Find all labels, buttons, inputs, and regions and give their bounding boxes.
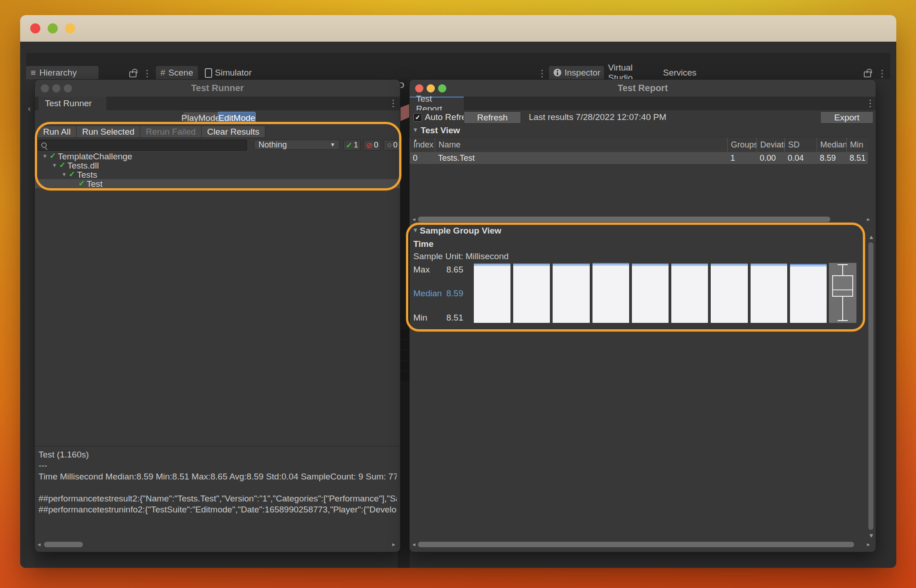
auto-refresh-checkbox[interactable]: ✓ xyxy=(413,113,422,122)
column-header-groups[interactable]: Groups xyxy=(727,137,757,152)
column-header-name[interactable]: Name xyxy=(435,137,727,152)
scroll-right-icon[interactable]: ▸ xyxy=(867,541,870,547)
desktop-background: ≡ Hierarchy ⋮ # Scene Simulator ⋮ Inspec… xyxy=(0,0,916,588)
left-chevron-icon[interactable]: ‹ xyxy=(28,104,31,114)
test-runner-window-title: Test Runner xyxy=(35,80,400,97)
column-header-median[interactable]: Median xyxy=(817,137,846,152)
tab-inspector[interactable]: Inspector xyxy=(549,66,604,79)
annotation-sample-group xyxy=(406,223,865,332)
scroll-left-icon[interactable]: ◂ xyxy=(412,541,416,547)
tab-virtual-studio[interactable]: Virtual Studio xyxy=(608,66,658,79)
export-button-label: Export xyxy=(834,113,860,123)
table-cell: 1 xyxy=(727,152,757,164)
tab-services-label: Services xyxy=(663,68,697,78)
tab-scene-label: Scene xyxy=(169,68,193,78)
scroll-right-icon[interactable]: ▸ xyxy=(867,216,870,222)
lock-icon[interactable] xyxy=(129,71,137,77)
kebab-menu-icon[interactable]: ⋮ xyxy=(538,69,547,78)
refresh-button-label: Refresh xyxy=(477,113,508,123)
tab-services[interactable]: Services xyxy=(663,66,700,79)
last-results-text: Last results 7/28/2022 12:07:40 PM xyxy=(529,112,666,122)
scroll-left-icon[interactable]: ◂ xyxy=(38,541,41,547)
scrollbar-thumb[interactable] xyxy=(418,217,830,222)
kebab-menu-icon[interactable]: ⋮ xyxy=(389,98,398,108)
foldout-arrow-icon[interactable]: ▼ xyxy=(412,126,418,133)
scrollbar-thumb[interactable] xyxy=(44,542,83,547)
table-cell: 0 xyxy=(410,152,435,164)
column-header-sd[interactable]: SD xyxy=(784,137,817,152)
tab-inspector-label: Inspector xyxy=(565,68,600,78)
column-header-index[interactable]: Index xyxy=(410,137,435,152)
kebab-menu-icon[interactable]: ⋮ xyxy=(866,98,875,108)
column-header-deviati[interactable]: Deviati xyxy=(757,137,784,152)
lock-icon[interactable] xyxy=(864,71,871,77)
refresh-button[interactable]: Refresh xyxy=(464,111,521,124)
table-cell: 8.59 xyxy=(817,152,846,164)
tab-hierarchy-label: Hierarchy xyxy=(39,68,77,78)
window-titlebar[interactable] xyxy=(20,15,896,42)
table-cell: 8.51 xyxy=(846,152,868,164)
test-view-foldout[interactable]: ▼ Test View xyxy=(410,125,876,137)
kebab-menu-icon[interactable]: ⋮ xyxy=(143,69,152,78)
kebab-menu-icon[interactable]: ⋮ xyxy=(878,69,887,78)
close-button[interactable] xyxy=(30,23,40,33)
table-row[interactable]: 0Tests.Test10.000.048.598.51 xyxy=(410,152,868,164)
tab-hierarchy[interactable]: ≡ Hierarchy xyxy=(26,66,99,79)
tab-simulator-label: Simulator xyxy=(215,68,252,78)
scrollbar-thumb[interactable] xyxy=(868,242,873,530)
v-scrollbar[interactable]: ▲ ▼ xyxy=(867,234,875,540)
test-view-title: Test View xyxy=(421,125,460,136)
scroll-down-icon[interactable]: ▼ xyxy=(868,533,874,539)
annotation-test-runner xyxy=(35,122,401,191)
scroll-right-icon[interactable]: ▸ xyxy=(392,541,395,547)
hierarchy-panel-edge: ‹ xyxy=(26,79,34,568)
tab-test-runner-label: Test Runner xyxy=(45,98,92,109)
test-report-titlebar[interactable]: Test Report xyxy=(410,80,876,97)
info-icon xyxy=(554,69,561,76)
table-cell: Tests.Test xyxy=(435,152,727,164)
table-cell: 0.04 xyxy=(784,152,817,164)
export-button[interactable]: Export xyxy=(820,111,873,124)
output-panel[interactable]: Test (1.160s) --- Time Millisecond Media… xyxy=(35,446,400,540)
table-header: ▲ IndexNameGroupsDeviatiSDMedianMin xyxy=(410,137,868,152)
hamburger-icon: ≡ xyxy=(31,68,36,78)
tab-simulator[interactable]: Simulator xyxy=(201,66,270,79)
scroll-left-icon[interactable]: ◂ xyxy=(412,216,416,222)
scroll-up-icon[interactable]: ▲ xyxy=(868,234,874,240)
report-header-row: ✓ Auto Refresh Refresh Last results 7/28… xyxy=(410,110,876,125)
device-icon xyxy=(205,68,212,78)
test-report-window-title: Test Report xyxy=(410,80,876,97)
scrollbar-thumb[interactable] xyxy=(418,542,854,547)
table-cell: 0.00 xyxy=(757,152,784,164)
h-scrollbar[interactable]: ◂ ▸ xyxy=(410,540,876,549)
column-header-min[interactable]: Min xyxy=(846,137,868,152)
zoom-button[interactable] xyxy=(65,23,75,33)
test-runner-titlebar[interactable]: Test Runner xyxy=(35,80,400,97)
editor-tab-bar: ≡ Hierarchy ⋮ # Scene Simulator ⋮ Inspec… xyxy=(26,53,890,79)
test-report-tabstrip: Test Report ⋮ xyxy=(410,97,876,111)
test-runner-tabstrip: Test Runner ⋮ xyxy=(35,97,400,111)
tab-scene[interactable]: # Scene xyxy=(156,66,198,79)
minimize-button[interactable] xyxy=(48,23,58,33)
tab-test-runner[interactable]: Test Runner xyxy=(38,97,106,110)
h-scrollbar[interactable]: ◂ ▸ xyxy=(35,540,400,549)
grid-icon: # xyxy=(160,68,165,78)
tab-test-report[interactable]: Test Report xyxy=(410,97,464,110)
output-text: Test (1.160s) --- Time Millisecond Media… xyxy=(38,449,397,536)
